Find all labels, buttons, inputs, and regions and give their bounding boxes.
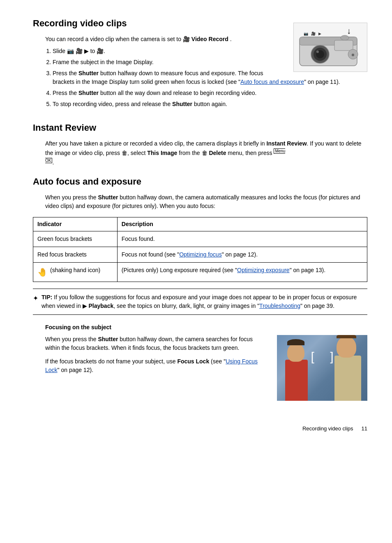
focusing-para2: If the focus brackets do not frame your …	[45, 357, 269, 374]
auto-focus-section: Auto focus and exposure When you press t…	[33, 175, 367, 315]
focus-bracket-display: [ ]	[311, 345, 334, 368]
bracket-left: [	[311, 351, 314, 363]
instant-review-section: Instant Review After you have taken a pi…	[33, 121, 367, 166]
play-icon: ▶	[84, 48, 89, 54]
svg-text:↓: ↓	[347, 26, 351, 35]
tip-content: TIP: If you follow the suggestions for f…	[42, 293, 367, 310]
optimizing-exposure-link[interactable]: Optimizing exposure	[237, 267, 290, 273]
svg-point-10	[341, 35, 349, 40]
video-record-bold: Video Record	[191, 36, 228, 42]
svg-rect-11	[334, 40, 353, 51]
svg-text:🎥: 🎥	[311, 31, 316, 36]
col-indicator-header: Indicator	[33, 217, 118, 231]
trash-icon: 🗑	[122, 150, 127, 156]
indicator-green: Green focus brackets	[33, 231, 118, 247]
indicator-red: Red focus brackets	[33, 247, 118, 263]
svg-text:📷: 📷	[304, 31, 309, 36]
auto-focus-link-1[interactable]: Auto focus and exposure	[240, 79, 304, 85]
description-green: Focus found.	[117, 231, 367, 247]
description-red: Focus not found (see "Optimizing focus" …	[117, 247, 367, 263]
tip-sun-icon: ✦	[33, 293, 38, 303]
shake-icon: 🤚	[37, 266, 48, 278]
shake-label: (shaking hand icon)	[50, 266, 100, 275]
focusing-section: Focusing on the subject When you press t…	[33, 323, 367, 401]
bracket-right: ]	[330, 351, 333, 363]
page-content: Recording video clips 📷 🎥 ▶ ↓	[33, 16, 367, 433]
focusing-text: When you press the Shutter button halfwa…	[45, 335, 269, 401]
step-4: Press the Shutter button all the way dow…	[53, 89, 367, 97]
trash-icon-2: 🗑	[202, 150, 208, 156]
optimizing-focus-link[interactable]: Optimizing focus	[179, 251, 221, 258]
recording-section: Recording video clips 📷 🎥 ▶ ↓	[33, 16, 367, 113]
auto-focus-body: When you press the Shutter button halfwa…	[45, 193, 367, 210]
footer-section-label: Recording video clips	[302, 425, 353, 433]
video-icon2: 🎥	[97, 48, 104, 54]
table-row: Green focus brackets Focus found.	[33, 231, 367, 247]
focusing-area: When you press the Shutter button halfwa…	[45, 335, 367, 401]
page-footer: Recording video clips 11	[33, 421, 367, 433]
camera-icon: 📷	[67, 48, 74, 54]
camera-svg: 📷 🎥 ▶ ↓ ◉	[295, 25, 365, 70]
auto-focus-title: Auto focus and exposure	[33, 175, 367, 188]
footer-page-number: 11	[362, 425, 367, 433]
video-record-icon: 🎥	[183, 36, 191, 42]
video-icon: 🎥	[76, 48, 83, 54]
playback-icon: ▶	[83, 303, 87, 309]
col-description-header: Description	[117, 217, 367, 231]
focusing-para1: When you press the Shutter button halfwa…	[45, 335, 269, 352]
table-row: 🤚 (shaking hand icon) (Pictures only) Lo…	[33, 263, 367, 282]
svg-point-5	[316, 51, 319, 53]
tip-box: ✦ TIP: If you follow the suggestions for…	[33, 289, 367, 315]
step-5: To stop recording video, press and relea…	[53, 100, 367, 109]
svg-text:◉: ◉	[351, 53, 355, 57]
camera-illustration: 📷 🎥 ▶ ↓ ◉	[293, 23, 367, 72]
table-row: Red focus brackets Focus not found (see …	[33, 247, 367, 263]
instant-review-body: After you have taken a picture or record…	[45, 139, 367, 166]
focusing-photo: [ ]	[277, 335, 367, 401]
instant-review-title: Instant Review	[33, 121, 367, 134]
svg-text:▶: ▶	[318, 32, 321, 36]
focus-lock-link[interactable]: Using Focus Lock	[45, 358, 258, 373]
focusing-subtitle: Focusing on the subject	[45, 323, 367, 332]
indicator-shake: 🤚 (shaking hand icon)	[33, 263, 118, 282]
person-right	[332, 337, 363, 401]
table-header-row: Indicator Description	[33, 217, 367, 231]
description-shake: (Pictures only) Long exposure required (…	[117, 263, 367, 282]
person-left	[283, 343, 310, 401]
indicator-table: Indicator Description Green focus bracke…	[33, 217, 367, 282]
troubleshooting-link[interactable]: Troubleshooting	[259, 303, 300, 309]
